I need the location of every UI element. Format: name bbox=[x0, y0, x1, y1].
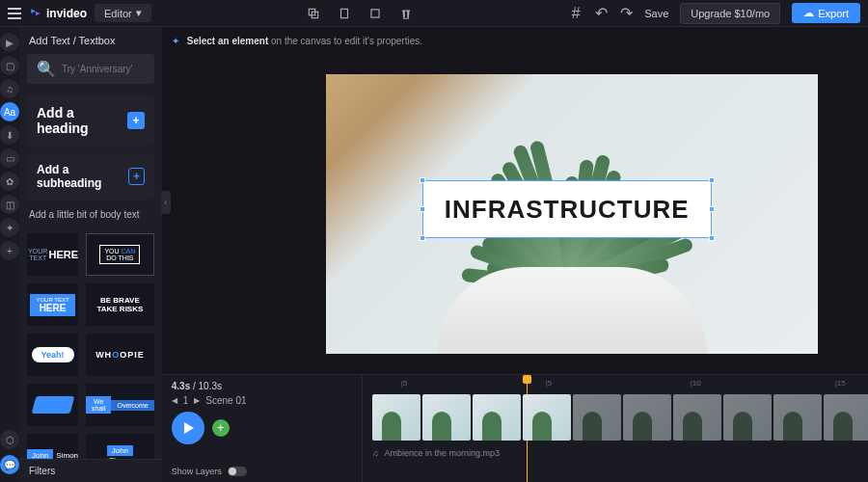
main-layout: ▶ ▢ ♫ Aa ⬇ ▭ ✿ ◫ ✦ + ⬡ 💬 Add Text / Text… bbox=[0, 27, 868, 482]
top-right-tools: # ↶ ↷ Save Upgrade $10/mo ☁ Export bbox=[569, 3, 860, 24]
trash-icon[interactable] bbox=[399, 7, 413, 20]
sidebar-stats-icon[interactable]: ⬡ bbox=[0, 430, 19, 449]
sidebar-music-icon[interactable]: ♫ bbox=[0, 79, 19, 98]
text-template-0[interactable]: YOUR TEXTHERE bbox=[27, 233, 78, 276]
sidebar-image-icon[interactable]: ▢ bbox=[0, 56, 19, 75]
save-button[interactable]: Save bbox=[644, 8, 668, 19]
redo-icon[interactable]: ↷ bbox=[619, 7, 633, 20]
resize-handle-e[interactable] bbox=[709, 206, 715, 212]
timeline-clip[interactable] bbox=[623, 394, 671, 441]
top-center-tools bbox=[159, 7, 561, 20]
canvas-stage[interactable]: INFRASTRUCTURE bbox=[162, 54, 868, 374]
canvas[interactable]: INFRASTRUCTURE bbox=[326, 74, 818, 354]
add-body-button[interactable]: Add a little bit of body text bbox=[29, 209, 152, 220]
chevron-right-icon[interactable]: ▶ bbox=[194, 396, 200, 405]
text-element-selected[interactable]: INFRASTRUCTURE bbox=[422, 180, 712, 238]
audio-icon: ♫ bbox=[372, 448, 379, 458]
scene-selector[interactable]: ◀ 1 ▶ Scene 01 bbox=[172, 395, 352, 406]
add-subheading-button[interactable]: Add a subheading + bbox=[27, 153, 154, 200]
resize-handle-se[interactable] bbox=[709, 235, 715, 241]
timeline-clip[interactable] bbox=[523, 394, 571, 441]
upgrade-button[interactable]: Upgrade $10/mo bbox=[680, 3, 780, 24]
text-template-9[interactable]: JohnSimon bbox=[86, 434, 154, 459]
undo-icon[interactable]: ↶ bbox=[594, 7, 608, 20]
chevron-down-icon: ▾ bbox=[136, 7, 142, 19]
sidebar-folder-icon[interactable]: ▭ bbox=[0, 148, 19, 168]
template-grid: YOUR TEXTHEREYOU CANDO THISYOUR TEXTHERE… bbox=[19, 226, 162, 459]
canvas-hint-bar: ✦ Select an element on the canvas to edi… bbox=[162, 27, 868, 54]
text-panel: Add Text / Textbox 🔍 Add a heading + Add… bbox=[19, 27, 162, 482]
timeline-clip[interactable] bbox=[422, 394, 471, 441]
resize-handle-w[interactable] bbox=[420, 206, 425, 212]
brand-name: invideo bbox=[46, 7, 87, 20]
timeline-clip[interactable] bbox=[573, 394, 621, 441]
timeline-clip[interactable] bbox=[773, 394, 822, 441]
sidebar-text-icon[interactable]: Aa bbox=[0, 102, 19, 121]
resize-handle-ne[interactable] bbox=[709, 177, 715, 183]
text-template-8[interactable]: JohnSimon bbox=[27, 434, 78, 459]
sidebar-effects-icon[interactable]: ✦ bbox=[0, 218, 19, 237]
sidebar-add-icon[interactable]: + bbox=[0, 241, 19, 260]
text-template-6[interactable] bbox=[27, 384, 78, 426]
timeline-ruler: |5|5|10|15 bbox=[363, 375, 868, 390]
plus-icon: + bbox=[127, 112, 145, 129]
svg-rect-2 bbox=[341, 9, 348, 17]
text-template-2[interactable]: YOUR TEXTHERE bbox=[27, 283, 78, 326]
text-template-4[interactable]: Yeah! bbox=[27, 334, 78, 376]
add-heading-button[interactable]: Add a heading + bbox=[27, 95, 154, 146]
timeline-controls: 4.3s / 10.3s ◀ 1 ▶ Scene 01 + Show Layer… bbox=[162, 375, 363, 482]
resize-handle-nw[interactable] bbox=[420, 177, 425, 183]
timeline-clip[interactable] bbox=[473, 394, 521, 441]
resize-handle-sw[interactable] bbox=[420, 235, 425, 241]
text-template-1[interactable]: YOU CANDO THIS bbox=[86, 233, 154, 276]
filters-button[interactable]: Filters bbox=[19, 459, 162, 482]
topbar: invideo Editor ▾ # ↶ ↷ Save Upgrade $10/… bbox=[0, 0, 868, 27]
menu-icon[interactable] bbox=[8, 8, 21, 19]
timeline: 4.3s / 10.3s ◀ 1 ▶ Scene 01 + Show Layer… bbox=[162, 374, 868, 482]
editor-dropdown[interactable]: Editor ▾ bbox=[95, 4, 151, 22]
canvas-area: ‹ ✦ Select an element on the canvas to e… bbox=[162, 27, 868, 482]
timeline-clip[interactable] bbox=[372, 394, 420, 441]
timeline-clip[interactable] bbox=[723, 394, 772, 441]
timeline-clip[interactable] bbox=[824, 394, 868, 441]
copy-icon[interactable] bbox=[307, 7, 320, 20]
video-clips-track[interactable] bbox=[363, 390, 868, 444]
sidebar-shapes-icon[interactable]: ◫ bbox=[0, 195, 19, 214]
show-layers-toggle[interactable]: Show Layers bbox=[172, 467, 352, 476]
sidebar-upload-icon[interactable]: ⬇ bbox=[0, 125, 19, 145]
add-scene-button[interactable]: + bbox=[212, 419, 230, 437]
cloud-icon: ☁ bbox=[803, 7, 814, 19]
export-button[interactable]: ☁ Export bbox=[792, 3, 860, 23]
search-input[interactable] bbox=[62, 64, 145, 74]
plant-pot bbox=[437, 267, 707, 354]
canvas-text-content[interactable]: INFRASTRUCTURE bbox=[445, 195, 690, 225]
duplicate-icon[interactable] bbox=[368, 7, 382, 20]
sidebar-video-icon[interactable]: ▶ bbox=[0, 33, 19, 52]
paste-icon[interactable] bbox=[338, 7, 351, 20]
search-input-wrapper[interactable]: 🔍 bbox=[27, 54, 154, 84]
timeline-track-area[interactable]: |5|5|10|15 ♫ Ambience in the morning.mp3 bbox=[363, 375, 868, 482]
panel-title: Add Text / Textbox bbox=[19, 27, 162, 54]
brand-logo[interactable]: invideo bbox=[29, 7, 87, 20]
svg-rect-3 bbox=[371, 9, 379, 16]
timeline-clip[interactable] bbox=[673, 394, 721, 441]
collapse-panel-handle[interactable]: ‹ bbox=[161, 191, 171, 214]
sidebar-sticker-icon[interactable]: ✿ bbox=[0, 172, 19, 191]
sparkle-icon: ✦ bbox=[172, 36, 179, 46]
chevron-left-icon[interactable]: ◀ bbox=[172, 396, 177, 405]
text-template-5[interactable]: WHOOPIE bbox=[86, 334, 154, 376]
plus-icon: + bbox=[128, 168, 145, 185]
text-template-3[interactable]: BE BRAVETAKE RISKS bbox=[86, 283, 154, 326]
tool-sidebar: ▶ ▢ ♫ Aa ⬇ ▭ ✿ ◫ ✦ + ⬡ 💬 bbox=[0, 27, 19, 482]
toggle-switch[interactable] bbox=[228, 467, 247, 476]
play-button[interactable] bbox=[172, 412, 204, 444]
text-template-7[interactable]: We shallOvercome bbox=[86, 384, 154, 426]
sidebar-chat-icon[interactable]: 💬 bbox=[0, 455, 19, 474]
audio-track[interactable]: ♫ Ambience in the morning.mp3 bbox=[363, 444, 868, 462]
search-icon: 🔍 bbox=[37, 60, 56, 78]
grid-icon[interactable]: # bbox=[569, 7, 583, 20]
time-display: 4.3s / 10.3s bbox=[172, 381, 352, 391]
